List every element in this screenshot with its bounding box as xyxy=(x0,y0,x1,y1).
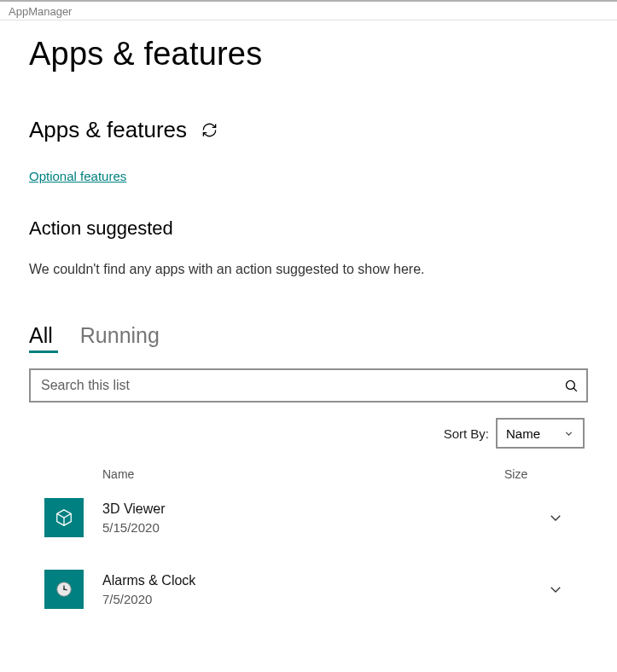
section-title: Apps & features xyxy=(29,117,187,143)
svg-line-1 xyxy=(573,387,576,391)
app-info: Alarms & Clock 7/5/2020 xyxy=(102,573,487,606)
app-name: 3D Viewer xyxy=(102,501,487,517)
tab-all[interactable]: All xyxy=(29,323,53,353)
header-size: Size xyxy=(504,467,564,481)
app-row[interactable]: Alarms & Clock 7/5/2020 xyxy=(29,561,588,617)
tab-running[interactable]: Running xyxy=(80,323,160,353)
header-name: Name xyxy=(102,467,504,481)
main-content: Apps & features Apps & features Optional… xyxy=(0,20,617,617)
app-list: 3D Viewer 5/15/2020 Alarms & Cloc xyxy=(29,490,588,617)
sort-dropdown[interactable]: Name xyxy=(496,418,585,449)
sort-selected-value: Name xyxy=(506,426,540,441)
app-name: Alarms & Clock xyxy=(102,573,487,588)
search-icon xyxy=(564,379,579,393)
action-suggested-message: We couldn't find any apps with an action… xyxy=(29,262,588,277)
refresh-button[interactable] xyxy=(199,120,219,141)
sort-label: Sort By: xyxy=(444,426,489,441)
search-button[interactable] xyxy=(556,379,586,393)
app-date: 7/5/2020 xyxy=(102,592,487,606)
cube-icon xyxy=(55,508,73,527)
sort-row: Sort By: Name xyxy=(29,418,588,449)
app-date: 5/15/2020 xyxy=(102,520,487,535)
svg-point-0 xyxy=(566,380,574,389)
app-row[interactable]: 3D Viewer 5/15/2020 xyxy=(29,490,588,546)
page-title: Apps & features xyxy=(29,36,588,72)
tabs: All Running xyxy=(29,323,588,353)
chevron-down-icon xyxy=(548,582,563,597)
chevron-down-icon xyxy=(548,510,563,525)
expand-button[interactable] xyxy=(547,510,564,525)
app-icon-3d-viewer xyxy=(44,498,84,537)
section-title-row: Apps & features xyxy=(29,117,588,143)
optional-features-link[interactable]: Optional features xyxy=(29,169,126,183)
column-headers: Name Size xyxy=(29,467,588,490)
chevron-down-icon xyxy=(563,428,574,439)
app-info: 3D Viewer 5/15/2020 xyxy=(102,501,487,535)
window-title: AppManager xyxy=(0,2,617,20)
refresh-icon xyxy=(201,122,218,138)
expand-button[interactable] xyxy=(547,582,564,597)
app-icon-alarms-clock xyxy=(44,570,84,609)
search-input[interactable] xyxy=(31,370,556,401)
clock-icon xyxy=(55,580,73,599)
action-suggested-heading: Action suggested xyxy=(29,217,588,240)
svg-point-7 xyxy=(63,588,65,590)
search-container xyxy=(29,368,588,403)
